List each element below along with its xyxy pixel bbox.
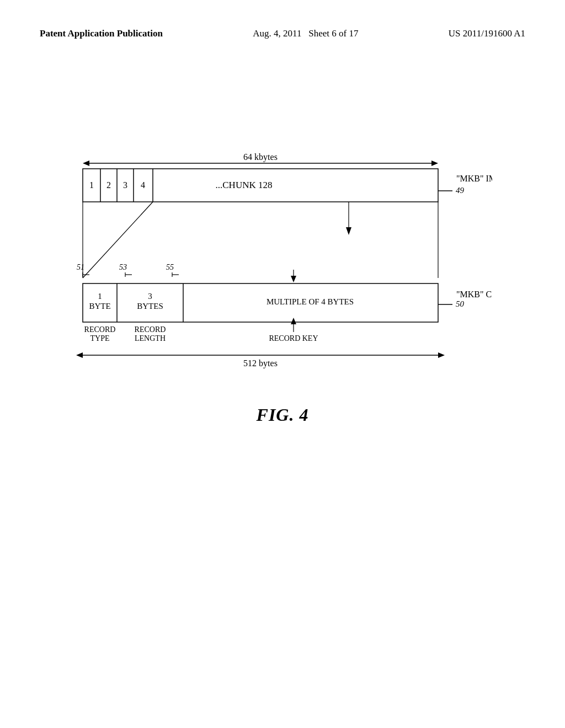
multiple-label: MULTIPLE OF 4 BYTES xyxy=(266,297,354,306)
mkb-image-label: "MKB" IMAGE xyxy=(456,174,492,183)
ref-53: 53 xyxy=(119,263,127,271)
label-512: 512 bytes xyxy=(243,358,278,368)
mkb-chunk-num: 50 xyxy=(456,299,465,308)
page-header: Patent Application Publication Aug. 4, 2… xyxy=(0,0,565,41)
svg-marker-2 xyxy=(431,160,438,166)
diagram-area: 64 kbytes 1 2 3 4 ...CHUNK 128 "MKB" IMA… xyxy=(0,151,565,425)
publication-title: Patent Application Publication xyxy=(40,26,163,41)
cell-3: 3 xyxy=(123,180,127,190)
label-64k: 64 kbytes xyxy=(243,152,278,162)
figure-caption: FIG. 4 xyxy=(257,405,309,425)
record-length-bot: LENGTH xyxy=(135,334,166,342)
ref-55: 55 xyxy=(166,263,174,271)
svg-line-10 xyxy=(83,202,153,278)
record-length-top: RECORD xyxy=(135,325,166,334)
svg-marker-13 xyxy=(346,227,351,235)
figure-4-svg: 64 kbytes 1 2 3 4 ...CHUNK 128 "MKB" IMA… xyxy=(73,151,492,383)
byte1-top: 1 xyxy=(98,292,102,301)
svg-marker-29 xyxy=(76,352,83,358)
sheet-info: Sheet 6 of 17 xyxy=(308,28,358,39)
svg-rect-22 xyxy=(83,283,438,322)
cell-2: 2 xyxy=(106,180,111,190)
ref-51: 51 xyxy=(77,263,84,271)
record-key: RECORD KEY xyxy=(269,334,318,342)
byte1-bot: BYTE xyxy=(89,302,110,311)
cell-1: 1 xyxy=(89,180,94,190)
svg-marker-30 xyxy=(438,352,445,358)
patent-number: US 2011/191600 A1 xyxy=(449,26,525,41)
bytes3-top: 3 xyxy=(148,292,152,301)
record-type-bot: TYPE xyxy=(90,334,110,342)
svg-marker-1 xyxy=(83,160,89,166)
pub-date: Aug. 4, 2011 xyxy=(253,28,301,39)
date-sheet: Aug. 4, 2011 Sheet 6 of 17 xyxy=(253,26,358,41)
record-type-top: RECORD xyxy=(84,325,116,334)
cell-4: 4 xyxy=(141,180,145,190)
mkb-chunk-label: "MKB" CHUNK xyxy=(456,290,492,299)
svg-marker-21 xyxy=(291,276,296,282)
mkb-image-num: 49 xyxy=(456,186,465,195)
chunk-label: ...CHUNK 128 xyxy=(216,180,273,190)
bytes3-bot: BYTES xyxy=(137,302,163,311)
